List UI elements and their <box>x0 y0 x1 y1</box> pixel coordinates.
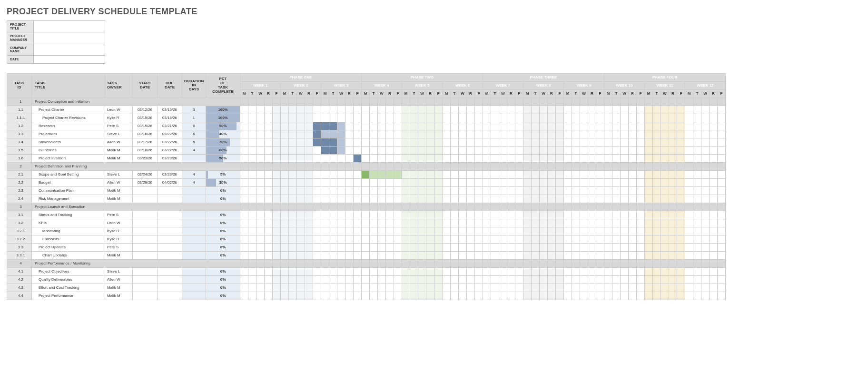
task-id: 3.2.1 <box>7 227 32 235</box>
gantt-cell <box>386 195 394 203</box>
task-owner: Malik M <box>105 284 133 292</box>
gantt-cell <box>370 227 378 235</box>
gantt-cell <box>548 186 556 195</box>
start-date: 03/15/26 <box>133 122 158 130</box>
duration: 3 <box>182 106 206 114</box>
gantt-cell <box>604 292 612 300</box>
gantt-cell <box>604 114 612 122</box>
gantt-cell <box>629 146 637 154</box>
gantt-cell <box>588 170 596 178</box>
gantt-cell <box>596 162 604 170</box>
gantt-cell <box>329 138 337 146</box>
gantt-cell <box>491 227 499 235</box>
gantt-cell <box>273 122 281 130</box>
gantt-cell <box>354 259 362 267</box>
gantt-cell <box>345 130 354 138</box>
gantt-cell <box>378 178 386 186</box>
gantt-cell <box>572 235 580 243</box>
duration: 6 <box>182 130 206 138</box>
gantt-cell <box>434 122 443 130</box>
meta-label: PROJECT TITLE <box>7 21 34 32</box>
gantt-cell <box>540 146 548 154</box>
gantt-cell <box>337 203 345 211</box>
gantt-cell <box>265 106 273 114</box>
gantt-cell <box>548 138 556 146</box>
gantt-cell <box>475 219 483 227</box>
gantt-cell <box>693 114 701 122</box>
meta-value[interactable] <box>34 44 105 55</box>
meta-value[interactable] <box>34 56 105 64</box>
gantt-cell <box>532 259 540 267</box>
gantt-cell <box>491 106 499 114</box>
gantt-cell <box>669 235 677 243</box>
gantt-cell <box>475 292 483 300</box>
day-header: R <box>345 89 354 98</box>
gantt-cell <box>273 146 281 154</box>
gantt-cell <box>329 235 337 243</box>
gantt-cell <box>693 292 701 300</box>
gantt-cell <box>337 259 345 267</box>
gantt-cell <box>402 219 410 227</box>
gantt-cell <box>572 106 580 114</box>
gantt-cell <box>588 219 596 227</box>
gantt-cell <box>345 259 354 267</box>
gantt-cell <box>661 122 669 130</box>
gantt-cell <box>532 170 540 178</box>
gantt-cell <box>629 292 637 300</box>
gantt-cell <box>701 106 710 114</box>
gantt-cell <box>418 170 426 178</box>
gantt-cell <box>629 203 637 211</box>
duration: 4 <box>182 146 206 154</box>
gantt-cell <box>677 275 685 284</box>
gantt-cell <box>677 211 685 219</box>
gantt-cell <box>345 170 354 178</box>
gantt-cell <box>483 162 491 170</box>
meta-value[interactable] <box>34 21 105 32</box>
meta-value[interactable] <box>34 32 105 44</box>
task-owner: Steve L <box>105 130 133 138</box>
gantt-cell <box>483 114 491 122</box>
gantt-cell <box>443 203 451 211</box>
start-date <box>133 292 158 300</box>
gantt-cell <box>515 227 523 235</box>
gantt-cell <box>418 195 426 203</box>
gantt-cell <box>564 195 572 203</box>
task-row: 3.3.1 Chart Updates Malik M 0% <box>7 251 726 259</box>
gantt-cell <box>629 138 637 146</box>
gantt-cell <box>321 284 329 292</box>
gantt-cell <box>410 114 418 122</box>
gantt-cell <box>256 259 265 267</box>
gantt-cell <box>604 235 612 243</box>
gantt-cell <box>556 186 564 195</box>
task-title: Project Updates <box>32 243 105 251</box>
gantt-cell <box>321 130 329 138</box>
duration: 5 <box>182 138 206 146</box>
duration <box>182 195 206 203</box>
gantt-cell <box>313 146 321 154</box>
duration <box>182 235 206 243</box>
gantt-cell <box>621 227 629 235</box>
day-header: F <box>273 89 281 98</box>
gantt-cell <box>467 211 475 219</box>
gantt-cell <box>515 267 523 275</box>
gantt-cell <box>564 130 572 138</box>
gantt-cell <box>345 267 354 275</box>
gantt-cell <box>443 186 451 195</box>
gantt-cell <box>354 186 362 195</box>
gantt-cell <box>515 106 523 114</box>
gantt-cell <box>677 178 685 186</box>
gantt-cell <box>491 146 499 154</box>
gantt-cell <box>718 114 726 122</box>
gantt-cell <box>564 154 572 162</box>
day-header: R <box>710 89 718 98</box>
gantt-cell <box>459 259 467 267</box>
gantt-cell <box>645 267 653 275</box>
gantt-cell <box>580 275 588 284</box>
gantt-cell <box>556 284 564 292</box>
gantt-cell <box>685 235 693 243</box>
gantt-cell <box>669 259 677 267</box>
gantt-cell <box>386 284 394 292</box>
gantt-cell <box>329 243 337 251</box>
gantt-cell <box>548 219 556 227</box>
gantt-cell <box>273 178 281 186</box>
